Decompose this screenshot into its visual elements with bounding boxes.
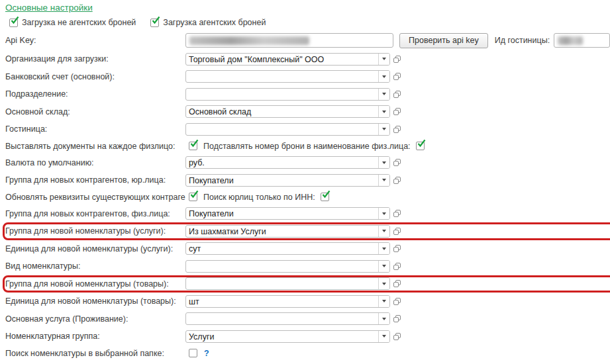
check-api-key-button[interactable]: Проверить api key [399,33,488,48]
combo-input[interactable]: Торговый дом "Комплексный" ООО [185,53,390,66]
open-icon[interactable] [392,261,402,271]
combo-value[interactable]: Покупатели [186,208,378,219]
chevron-down-icon[interactable] [378,124,389,135]
chevron-down-icon[interactable] [378,331,389,342]
redacted-value [189,36,309,45]
field-label: Группа для новых контрагентов, физ.лица: [5,209,185,218]
chevron-down-icon[interactable] [378,71,389,82]
field-label: Поиск номенклатуры в выбранной папке: [5,349,185,358]
check-icon [10,16,21,26]
combo-value[interactable] [186,278,378,289]
check-icon [189,139,200,150]
open-icon[interactable] [392,226,402,236]
field-label: Вид номенклатуры: [5,261,185,271]
settings-row: Вид номенклатуры: [0,257,610,275]
combo-value[interactable] [186,124,378,135]
chevron-down-icon[interactable] [378,296,389,307]
help-icon[interactable]: ? [204,349,209,358]
combo-value[interactable]: Основной склад [186,106,378,117]
combo-input[interactable] [185,70,390,83]
settings-row: Поиск номенклатуры в выбранной папке: ? [0,345,610,361]
api-key-row: Api Key: Проверить api key Ид гостиницы: [0,32,610,48]
combo-value[interactable]: Покупатели [186,175,378,186]
api-key-label: Api Key: [5,36,185,45]
checkbox[interactable] [416,142,425,150]
combo-value[interactable]: сут [186,243,378,254]
combo-value[interactable]: Из шахматки Услуги [186,226,378,237]
settings-row: Основной склад: Основной склад [0,103,610,121]
open-icon[interactable] [392,89,402,99]
checkbox[interactable] [189,193,197,201]
load-non-agent-checkbox[interactable] [9,19,18,27]
open-icon[interactable] [392,71,402,81]
combo-value[interactable] [186,89,378,100]
settings-row: Банковский счет (основной): [0,68,610,86]
field-label: Группа для новых контрагентов, юр.лица: [5,175,185,185]
open-icon[interactable] [392,296,402,306]
combo-value[interactable] [186,71,378,82]
settings-row: Организация для загрузки: Торговый дом "… [0,50,610,68]
field-label: Гостиница: [5,124,185,134]
chevron-down-icon[interactable] [378,157,389,168]
field-label: Банковский счет (основной): [5,72,185,81]
chevron-down-icon[interactable] [378,175,389,186]
combo-input[interactable] [185,88,390,101]
settings-row: Группа для новых контрагентов, юр.лица: … [0,171,610,189]
field-label: Валюта по умолчанию: [5,158,185,167]
chevron-down-icon[interactable] [378,226,389,237]
combo-value[interactable]: руб. [186,157,378,168]
chevron-down-icon[interactable] [378,261,389,272]
chevron-down-icon[interactable] [378,89,389,100]
api-key-input[interactable] [185,33,393,48]
open-icon[interactable] [392,124,402,134]
combo-input[interactable] [185,312,390,325]
section-title-link[interactable]: Основные настройки [5,3,93,13]
combo-input[interactable]: шт [185,295,390,308]
combo-input[interactable] [185,277,390,290]
combo-input[interactable]: сут [185,242,390,255]
checkbox[interactable] [189,142,197,150]
chevron-down-icon[interactable] [378,54,389,65]
settings-row: Единица для новой номенклатуры (услуги):… [0,240,610,258]
chevron-down-icon[interactable] [378,313,389,324]
checkbox[interactable] [189,349,197,357]
combo-input[interactable] [185,260,390,273]
combo-input[interactable]: Покупатели [185,207,390,220]
checkbox[interactable] [321,193,329,201]
open-icon[interactable] [392,244,402,253]
field-label: Основная услуга (Проживание): [5,314,185,324]
settings-rows: Организация для загрузки: Торговый дом "… [0,50,610,361]
combo-input[interactable]: Из шахматки Услуги [185,225,390,238]
combo-input[interactable]: руб. [185,156,390,169]
combo-value[interactable] [186,313,378,324]
chevron-down-icon[interactable] [378,278,389,289]
combo-input[interactable] [185,123,390,136]
open-icon[interactable] [392,158,402,167]
combo-input[interactable]: Основной склад [185,105,390,118]
open-icon[interactable] [392,314,402,324]
second-field-label: Поиск юрлиц только по ИНН: [203,193,315,202]
combo-value[interactable] [186,261,378,272]
chevron-down-icon[interactable] [378,243,389,254]
field-label: Номенклатурная группа: [5,332,185,341]
open-icon[interactable] [392,332,402,341]
combo-value[interactable]: Торговый дом "Комплексный" ООО [186,54,378,65]
open-icon[interactable] [392,208,402,218]
open-icon[interactable] [392,107,402,116]
combo-value[interactable]: Услуги [186,331,378,342]
open-icon[interactable] [392,54,402,64]
settings-row: Обновлять реквизиты существующих контраг… [0,189,610,205]
settings-row: Валюта по умолчанию: руб. [0,154,610,172]
load-agent-checkbox[interactable] [150,19,159,27]
combo-input[interactable]: Услуги [185,330,390,343]
settings-row: Подразделение: [0,85,610,103]
open-icon[interactable] [392,279,402,289]
open-icon[interactable] [392,175,402,185]
combo-value[interactable]: шт [186,296,378,307]
hotel-id-input[interactable] [554,33,610,48]
field-label: Подразделение: [5,89,185,99]
chevron-down-icon[interactable] [378,106,389,117]
chevron-down-icon[interactable] [378,208,389,219]
field-label: Основной склад: [5,107,185,116]
combo-input[interactable]: Покупатели [185,174,390,187]
